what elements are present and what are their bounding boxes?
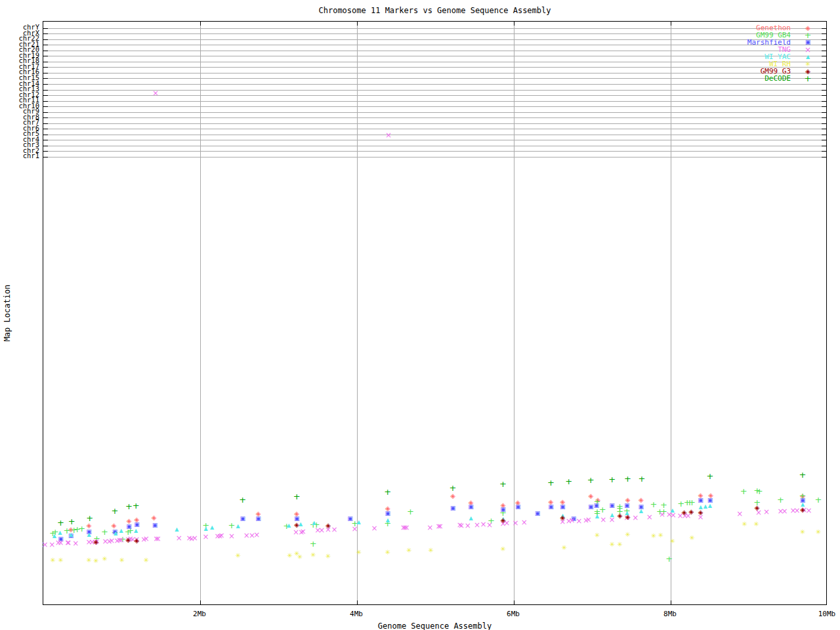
scatter-point: + — [608, 475, 616, 484]
scatter-point: ▣ — [500, 507, 506, 513]
scatter-point: × — [458, 522, 465, 530]
scatter-point: ✳ — [102, 556, 107, 562]
scatter-point: × — [474, 521, 480, 529]
scatter-point: × — [521, 518, 528, 526]
scatter-point: + — [624, 474, 631, 483]
scatter-point: × — [403, 524, 410, 532]
chr-tick-left — [43, 117, 48, 118]
chr-tick-left — [43, 39, 48, 40]
scatter-point: ✳ — [287, 553, 292, 559]
scatter-point: + — [706, 472, 713, 480]
scatter-point: + — [111, 507, 118, 515]
scatter-point: ▲ — [610, 513, 614, 518]
scatter-point: × — [253, 531, 260, 539]
chr-tick-left — [43, 73, 48, 74]
scatter-point: ◈ — [125, 537, 131, 543]
scatter-point: × — [42, 541, 49, 549]
scatter-point: ✳ — [651, 533, 656, 539]
scatter-point: × — [646, 513, 653, 521]
triangle-icon: ▲ — [791, 54, 825, 60]
mb-tick-bottom — [357, 600, 358, 604]
scatter-point: × — [218, 532, 224, 539]
scatter-point: ◈ — [560, 514, 565, 521]
chr-gridline — [43, 117, 826, 118]
scatter-point: × — [228, 532, 235, 540]
scatter-point: + — [688, 498, 696, 507]
scatter-point: × — [72, 539, 79, 547]
scatter-point: + — [756, 487, 763, 495]
scatter-point: ▣ — [588, 504, 594, 510]
scatter-point: + — [86, 514, 93, 522]
scatter-point: ▣ — [560, 504, 566, 510]
chr-tick-left — [43, 84, 48, 85]
chr-tick-right — [822, 101, 826, 102]
chr-tick-right — [822, 112, 826, 113]
scatter-point: × — [576, 517, 582, 525]
scatter-point: ◈ — [755, 505, 760, 511]
chr-tick-left — [43, 28, 48, 29]
scatter-point: × — [465, 522, 471, 530]
scatter-point: × — [427, 524, 433, 532]
scatter-point: + — [125, 502, 133, 511]
chr-tick-left — [43, 95, 48, 96]
chr-label: chr1 — [0, 153, 39, 159]
scatter-point: ✳ — [406, 547, 411, 554]
chart-title: Chromosome 11 Markers vs Genome Sequence… — [43, 6, 827, 15]
scatter-point: × — [65, 539, 72, 547]
scatter-point: + — [101, 528, 108, 536]
scatter-point: ✳ — [50, 557, 55, 564]
mb-tick-bottom — [671, 600, 671, 604]
chr-tick-left — [43, 101, 48, 102]
mb-gridline — [514, 22, 514, 604]
scatter-point: ▲ — [58, 530, 62, 536]
scatter-point: ▲ — [236, 524, 240, 529]
legend-label: DeCODE — [692, 74, 791, 83]
scatter-point: + — [310, 539, 317, 548]
scatter-point: ▲ — [119, 528, 123, 534]
chr-tick-left — [43, 157, 48, 158]
scatter-point: + — [57, 518, 64, 527]
scatter-point: ✳ — [326, 553, 331, 560]
chr-gridline — [43, 95, 826, 96]
scatter-point: ▣ — [624, 503, 630, 509]
scatter-point: + — [228, 521, 236, 530]
scatter-point: ▣ — [126, 524, 132, 530]
chr-tick-right — [822, 129, 826, 129]
scatter-point: ▲ — [708, 503, 712, 509]
x-tick-label: 6Mb — [490, 610, 536, 618]
scatter-point: ✳ — [753, 521, 759, 528]
chr-gridline — [43, 90, 826, 91]
scatter-point: ▲ — [595, 514, 599, 519]
chr-gridline — [43, 112, 826, 113]
chr-tick-right — [822, 123, 826, 124]
scatter-point: ✳ — [297, 554, 303, 560]
scatter-point: + — [133, 501, 140, 510]
scatter-point: + — [384, 488, 391, 496]
asterisk-icon: ✳ — [791, 61, 825, 68]
x-tick-label: 2Mb — [177, 610, 222, 618]
scatter-point: + — [407, 507, 414, 516]
scatter-point: + — [639, 474, 646, 483]
scatter-point: ▣ — [515, 504, 521, 510]
chr-tick-left — [43, 56, 48, 56]
scatter-point: + — [799, 471, 807, 479]
scatter-point: + — [587, 476, 595, 484]
scatter-point: ◈ — [618, 513, 623, 519]
chr-gridline — [43, 123, 826, 124]
mb-gridline — [200, 22, 201, 604]
scatter-point: ◈ — [588, 493, 593, 499]
scatter-point: ◈ — [93, 539, 98, 545]
scatter-point: × — [371, 524, 377, 532]
scatter-point: + — [547, 478, 555, 487]
scatter-point: ◈ — [135, 537, 140, 544]
x-axis-title: Genome Sequence Assembly — [43, 621, 827, 630]
scatter-point: ▲ — [639, 509, 643, 514]
scatter-point: + — [78, 524, 85, 533]
scatter-point: ▲ — [87, 532, 91, 537]
scatter-point: ▣ — [240, 516, 245, 522]
scatter-point: × — [569, 516, 576, 524]
scatter-point: × — [513, 519, 519, 527]
chr-tick-right — [822, 84, 826, 85]
scatter-point: ◈ — [625, 514, 631, 520]
scatter-point: ▲ — [52, 534, 56, 539]
